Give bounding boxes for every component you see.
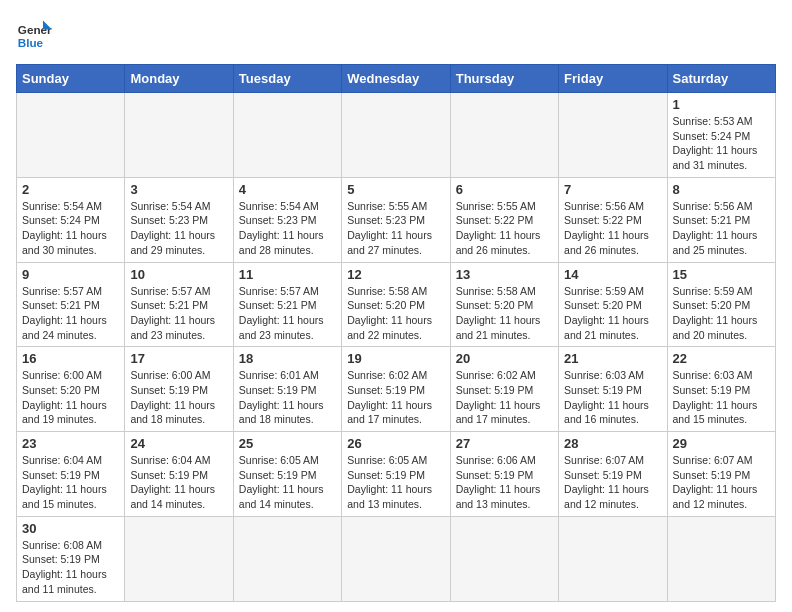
day-number: 5 <box>347 182 444 197</box>
calendar-cell: 20Sunrise: 6:02 AM Sunset: 5:19 PM Dayli… <box>450 347 558 432</box>
day-number: 14 <box>564 267 661 282</box>
day-info: Sunrise: 5:57 AM Sunset: 5:21 PM Dayligh… <box>239 284 336 343</box>
calendar-cell: 2Sunrise: 5:54 AM Sunset: 5:24 PM Daylig… <box>17 177 125 262</box>
day-info: Sunrise: 5:57 AM Sunset: 5:21 PM Dayligh… <box>22 284 119 343</box>
day-number: 3 <box>130 182 227 197</box>
calendar-cell: 14Sunrise: 5:59 AM Sunset: 5:20 PM Dayli… <box>559 262 667 347</box>
calendar-cell: 9Sunrise: 5:57 AM Sunset: 5:21 PM Daylig… <box>17 262 125 347</box>
day-number: 4 <box>239 182 336 197</box>
day-number: 23 <box>22 436 119 451</box>
day-number: 21 <box>564 351 661 366</box>
calendar-cell <box>559 93 667 178</box>
calendar-cell: 7Sunrise: 5:56 AM Sunset: 5:22 PM Daylig… <box>559 177 667 262</box>
day-number: 26 <box>347 436 444 451</box>
logo: General Blue <box>16 16 52 52</box>
day-info: Sunrise: 6:08 AM Sunset: 5:19 PM Dayligh… <box>22 538 119 597</box>
calendar-cell: 23Sunrise: 6:04 AM Sunset: 5:19 PM Dayli… <box>17 432 125 517</box>
day-info: Sunrise: 6:05 AM Sunset: 5:19 PM Dayligh… <box>347 453 444 512</box>
weekday-header-tuesday: Tuesday <box>233 65 341 93</box>
day-info: Sunrise: 6:00 AM Sunset: 5:19 PM Dayligh… <box>130 368 227 427</box>
calendar-cell: 15Sunrise: 5:59 AM Sunset: 5:20 PM Dayli… <box>667 262 775 347</box>
day-info: Sunrise: 5:59 AM Sunset: 5:20 PM Dayligh… <box>673 284 770 343</box>
day-number: 9 <box>22 267 119 282</box>
day-info: Sunrise: 5:54 AM Sunset: 5:24 PM Dayligh… <box>22 199 119 258</box>
weekday-header-saturday: Saturday <box>667 65 775 93</box>
day-number: 29 <box>673 436 770 451</box>
calendar-cell <box>125 516 233 601</box>
day-info: Sunrise: 5:54 AM Sunset: 5:23 PM Dayligh… <box>239 199 336 258</box>
day-info: Sunrise: 6:02 AM Sunset: 5:19 PM Dayligh… <box>347 368 444 427</box>
day-number: 16 <box>22 351 119 366</box>
calendar-table: SundayMondayTuesdayWednesdayThursdayFrid… <box>16 64 776 602</box>
weekday-header-monday: Monday <box>125 65 233 93</box>
calendar-cell <box>559 516 667 601</box>
calendar-cell: 16Sunrise: 6:00 AM Sunset: 5:20 PM Dayli… <box>17 347 125 432</box>
day-number: 25 <box>239 436 336 451</box>
day-info: Sunrise: 5:58 AM Sunset: 5:20 PM Dayligh… <box>347 284 444 343</box>
calendar-cell <box>450 516 558 601</box>
day-number: 7 <box>564 182 661 197</box>
calendar-cell: 17Sunrise: 6:00 AM Sunset: 5:19 PM Dayli… <box>125 347 233 432</box>
day-number: 8 <box>673 182 770 197</box>
day-number: 28 <box>564 436 661 451</box>
calendar-header: SundayMondayTuesdayWednesdayThursdayFrid… <box>17 65 776 93</box>
calendar-cell: 24Sunrise: 6:04 AM Sunset: 5:19 PM Dayli… <box>125 432 233 517</box>
calendar-cell: 18Sunrise: 6:01 AM Sunset: 5:19 PM Dayli… <box>233 347 341 432</box>
day-number: 10 <box>130 267 227 282</box>
calendar-cell <box>233 93 341 178</box>
calendar-cell <box>17 93 125 178</box>
day-info: Sunrise: 6:07 AM Sunset: 5:19 PM Dayligh… <box>673 453 770 512</box>
weekday-header-friday: Friday <box>559 65 667 93</box>
day-info: Sunrise: 5:54 AM Sunset: 5:23 PM Dayligh… <box>130 199 227 258</box>
calendar-cell: 21Sunrise: 6:03 AM Sunset: 5:19 PM Dayli… <box>559 347 667 432</box>
calendar-cell <box>342 93 450 178</box>
calendar-cell: 11Sunrise: 5:57 AM Sunset: 5:21 PM Dayli… <box>233 262 341 347</box>
calendar-cell <box>233 516 341 601</box>
header: General Blue <box>16 16 776 52</box>
weekday-header-sunday: Sunday <box>17 65 125 93</box>
calendar-cell: 4Sunrise: 5:54 AM Sunset: 5:23 PM Daylig… <box>233 177 341 262</box>
day-number: 18 <box>239 351 336 366</box>
calendar-cell <box>125 93 233 178</box>
day-info: Sunrise: 6:04 AM Sunset: 5:19 PM Dayligh… <box>130 453 227 512</box>
day-info: Sunrise: 6:01 AM Sunset: 5:19 PM Dayligh… <box>239 368 336 427</box>
day-info: Sunrise: 6:05 AM Sunset: 5:19 PM Dayligh… <box>239 453 336 512</box>
calendar-cell: 27Sunrise: 6:06 AM Sunset: 5:19 PM Dayli… <box>450 432 558 517</box>
calendar-cell: 8Sunrise: 5:56 AM Sunset: 5:21 PM Daylig… <box>667 177 775 262</box>
day-number: 22 <box>673 351 770 366</box>
calendar-cell: 5Sunrise: 5:55 AM Sunset: 5:23 PM Daylig… <box>342 177 450 262</box>
calendar-cell: 28Sunrise: 6:07 AM Sunset: 5:19 PM Dayli… <box>559 432 667 517</box>
calendar-cell: 19Sunrise: 6:02 AM Sunset: 5:19 PM Dayli… <box>342 347 450 432</box>
svg-text:Blue: Blue <box>18 36 44 49</box>
day-info: Sunrise: 6:02 AM Sunset: 5:19 PM Dayligh… <box>456 368 553 427</box>
day-info: Sunrise: 6:04 AM Sunset: 5:19 PM Dayligh… <box>22 453 119 512</box>
day-info: Sunrise: 5:53 AM Sunset: 5:24 PM Dayligh… <box>673 114 770 173</box>
day-info: Sunrise: 5:58 AM Sunset: 5:20 PM Dayligh… <box>456 284 553 343</box>
day-info: Sunrise: 6:00 AM Sunset: 5:20 PM Dayligh… <box>22 368 119 427</box>
calendar-cell: 1Sunrise: 5:53 AM Sunset: 5:24 PM Daylig… <box>667 93 775 178</box>
day-number: 6 <box>456 182 553 197</box>
weekday-header-wednesday: Wednesday <box>342 65 450 93</box>
day-number: 1 <box>673 97 770 112</box>
calendar-cell <box>667 516 775 601</box>
day-number: 13 <box>456 267 553 282</box>
day-number: 12 <box>347 267 444 282</box>
day-info: Sunrise: 5:55 AM Sunset: 5:23 PM Dayligh… <box>347 199 444 258</box>
day-info: Sunrise: 6:06 AM Sunset: 5:19 PM Dayligh… <box>456 453 553 512</box>
calendar-cell: 30Sunrise: 6:08 AM Sunset: 5:19 PM Dayli… <box>17 516 125 601</box>
day-info: Sunrise: 6:03 AM Sunset: 5:19 PM Dayligh… <box>673 368 770 427</box>
day-info: Sunrise: 5:56 AM Sunset: 5:22 PM Dayligh… <box>564 199 661 258</box>
day-info: Sunrise: 5:55 AM Sunset: 5:22 PM Dayligh… <box>456 199 553 258</box>
calendar-cell: 26Sunrise: 6:05 AM Sunset: 5:19 PM Dayli… <box>342 432 450 517</box>
logo-icon: General Blue <box>16 16 52 52</box>
day-number: 15 <box>673 267 770 282</box>
calendar-cell <box>342 516 450 601</box>
day-number: 11 <box>239 267 336 282</box>
calendar-cell <box>450 93 558 178</box>
calendar-cell: 3Sunrise: 5:54 AM Sunset: 5:23 PM Daylig… <box>125 177 233 262</box>
calendar-cell: 6Sunrise: 5:55 AM Sunset: 5:22 PM Daylig… <box>450 177 558 262</box>
day-number: 27 <box>456 436 553 451</box>
day-info: Sunrise: 5:56 AM Sunset: 5:21 PM Dayligh… <box>673 199 770 258</box>
day-number: 24 <box>130 436 227 451</box>
calendar-cell: 12Sunrise: 5:58 AM Sunset: 5:20 PM Dayli… <box>342 262 450 347</box>
